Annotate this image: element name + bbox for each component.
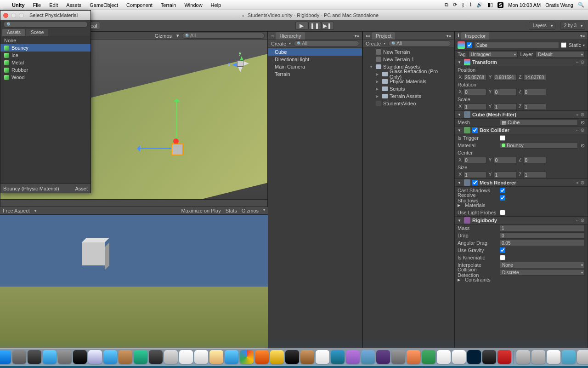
textedit-icon[interactable] [316, 350, 329, 364]
applications-folder-icon[interactable] [516, 350, 530, 364]
panel-menu-icon[interactable]: ▾≡ [580, 34, 585, 38]
center-z[interactable] [523, 157, 546, 163]
materials-label[interactable]: Materials [465, 202, 504, 208]
center-x[interactable] [464, 157, 486, 163]
panel-menu-icon[interactable]: ▾≡ [355, 34, 359, 38]
wifi-icon[interactable]: ⌇ [469, 2, 472, 8]
app-name[interactable]: Unity [12, 2, 25, 8]
recv-checkbox[interactable] [500, 195, 505, 201]
sysprefs-icon[interactable] [58, 350, 72, 364]
photobooth-icon[interactable] [149, 350, 163, 364]
battery-icon[interactable]: ▮▯ [487, 2, 493, 8]
kinematic-checkbox[interactable] [500, 255, 505, 260]
app-icon[interactable] [285, 350, 299, 364]
project-scene[interactable]: StudentsVideo [363, 100, 454, 107]
messages-icon[interactable] [164, 350, 178, 364]
expand-arrow-icon[interactable]: ▶ [376, 72, 380, 76]
app-icon[interactable] [498, 350, 511, 364]
itunes-icon[interactable] [225, 350, 238, 364]
game-view[interactable] [0, 214, 268, 349]
meshfilter-header[interactable]: ▼ Cube (Mesh Filter) ▫⚙ [455, 110, 588, 119]
pos-z[interactable] [523, 74, 546, 80]
play-button[interactable]: ▶ [295, 22, 308, 30]
help-icon[interactable]: ▫ [577, 218, 578, 223]
menu-gameobject[interactable]: GameObject [90, 2, 118, 8]
expand-arrow-icon[interactable]: ▶ [376, 80, 380, 84]
interp-dropdown[interactable]: None [500, 262, 585, 268]
object-name-field[interactable] [474, 42, 559, 48]
minimize-button[interactable] [11, 13, 16, 18]
finder-icon[interactable] [0, 350, 11, 364]
qq-icon[interactable] [452, 350, 466, 364]
dashboard-icon[interactable] [73, 350, 87, 364]
help-icon[interactable]: ▫ [577, 59, 578, 65]
object-picker-icon[interactable]: ⊙ [581, 120, 585, 126]
rot-y[interactable] [494, 89, 517, 95]
picker-item-bouncy[interactable]: Bouncy [0, 44, 90, 52]
hierarchy-create[interactable]: Create [271, 41, 286, 46]
firefox-icon[interactable] [255, 350, 269, 364]
app-icon[interactable] [391, 350, 405, 364]
step-button[interactable]: ▶❚ [321, 22, 334, 30]
hierarchy-item-cube[interactable]: Cube [268, 48, 362, 56]
downloads-icon[interactable] [547, 350, 560, 364]
hierarchy-tab[interactable]: Hierarchy [276, 32, 305, 40]
project-item[interactable]: New Terrain [363, 48, 454, 56]
zoom-button[interactable] [19, 13, 24, 18]
app-icon[interactable] [422, 350, 435, 364]
trash-icon[interactable] [577, 350, 588, 364]
cube-selection[interactable] [171, 144, 183, 155]
layout-dropdown[interactable]: 2 by 3 [560, 22, 585, 30]
reminders-icon[interactable] [194, 350, 208, 364]
contacts-icon[interactable] [119, 350, 132, 364]
gear-icon[interactable]: ⚙ [580, 127, 585, 133]
tag-dropdown[interactable]: Untagged [469, 51, 518, 58]
hierarchy-search[interactable]: 🔍All [294, 40, 359, 46]
unity-icon[interactable] [482, 350, 496, 364]
gizmos-toggle[interactable]: Gizmos [155, 33, 172, 39]
menu-component[interactable]: Component [126, 2, 153, 8]
pause-button[interactable]: ❚❚ [308, 22, 321, 30]
drag-field[interactable] [500, 232, 585, 239]
coll-dropdown[interactable]: Discrete [500, 269, 585, 276]
volume-icon[interactable]: 🔊 [476, 2, 483, 8]
gear-icon[interactable]: ⚙ [580, 218, 585, 224]
photoshop-icon[interactable] [467, 350, 481, 364]
mass-field[interactable] [500, 225, 585, 231]
picker-item-wood[interactable]: Wood [0, 74, 90, 81]
picker-item-none[interactable]: None [0, 37, 90, 44]
x-axis-arrow[interactable] [138, 148, 175, 149]
static-checkbox[interactable] [561, 42, 566, 48]
bluetooth-icon[interactable]: ᛒ [462, 2, 465, 8]
help-icon[interactable]: ▫ [577, 180, 578, 185]
picker-item-ice[interactable]: Ice [0, 52, 90, 59]
maximize-toggle[interactable]: Maximize on Play [181, 208, 220, 213]
size-y[interactable] [494, 172, 517, 178]
boxcollider-header[interactable]: ▼ Box Collider ▫⚙ [455, 126, 588, 134]
scene-search[interactable]: 🔍All [182, 33, 265, 39]
pos-y[interactable] [494, 74, 517, 80]
expand-arrow-icon[interactable]: ▶ [376, 94, 380, 98]
scale-x[interactable] [464, 104, 486, 110]
pos-x[interactable] [464, 74, 486, 80]
appstore-icon[interactable] [43, 350, 57, 364]
picker-tab-assets[interactable]: Assets [2, 29, 25, 36]
spotlight-icon[interactable]: 🔍 [578, 2, 584, 8]
active-checkbox[interactable] [467, 42, 472, 48]
constraints-label[interactable]: Constraints [465, 277, 504, 282]
gravity-checkbox[interactable] [500, 247, 505, 253]
project-folder[interactable]: ▶Glass Refraction (Pro Only) [363, 70, 454, 78]
s-icon[interactable]: S [498, 2, 503, 8]
project-item[interactable]: New Terrain 1 [363, 56, 454, 63]
mission-control-icon[interactable] [28, 350, 41, 364]
app-icon[interactable] [437, 350, 451, 364]
layers-dropdown[interactable]: Layers [529, 22, 555, 30]
hierarchy-item-light[interactable]: Directional light [268, 56, 362, 63]
size-x[interactable] [464, 172, 486, 178]
calendar-icon[interactable] [179, 350, 193, 364]
menu-edit[interactable]: Edit [49, 2, 58, 8]
hierarchy-item-camera[interactable]: Main Camera [268, 63, 362, 70]
app-icon[interactable] [346, 350, 360, 364]
project-search[interactable]: 🔍All [388, 40, 451, 46]
menu-terrain[interactable]: Terrain [161, 2, 176, 8]
